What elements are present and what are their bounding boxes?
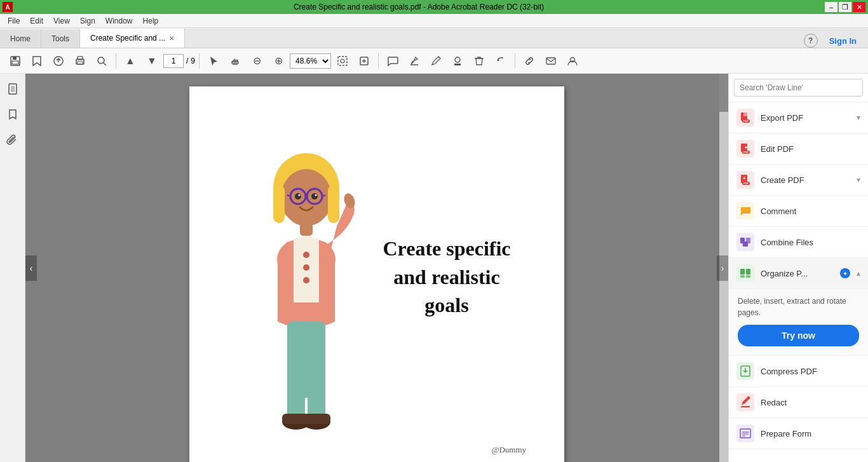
svg-rect-60 (743, 241, 748, 247)
svg-rect-14 (454, 64, 461, 65)
organize-pages-icon (736, 264, 754, 282)
tab-home[interactable]: Home (0, 30, 41, 48)
create-pdf-label: Create PDF (761, 175, 850, 185)
panel-item-export-pdf[interactable]: PDF Export PDF ▾ (729, 102, 868, 133)
drawing-icon (430, 55, 442, 67)
stamps-button[interactable] (447, 51, 468, 71)
select-tool-button[interactable] (203, 51, 224, 71)
edit-pdf-label: Edit PDF (761, 144, 854, 154)
menu-edit[interactable]: Edit (25, 15, 48, 27)
menu-help[interactable]: Help (138, 15, 164, 27)
export-pdf-label: Export PDF (761, 113, 850, 123)
close-button[interactable]: ✕ (853, 2, 865, 12)
svg-point-33 (299, 194, 301, 196)
panel-search-input[interactable] (734, 79, 863, 97)
sign-in-button[interactable]: Sign In (824, 35, 862, 47)
sidebar-bookmarks-icon[interactable] (3, 104, 23, 125)
menu-file[interactable]: File (3, 15, 25, 27)
organize-chevron[interactable]: ▴ (857, 269, 860, 278)
help-button[interactable]: ? (804, 34, 818, 48)
print-button[interactable] (70, 51, 90, 71)
tab-tools[interactable]: Tools (41, 30, 80, 48)
compress-pdf-icon (736, 362, 754, 380)
edit-pdf-icon: PDF (736, 140, 754, 158)
toolbar-separator-2 (199, 53, 200, 69)
tab-document[interactable]: Create Specific and ... ✕ (80, 29, 185, 48)
combine-files-icon-svg (739, 236, 752, 248)
panel-item-create-pdf[interactable]: PDF+ Create PDF ▾ (729, 165, 868, 196)
sidebar-pages-icon[interactable] (3, 79, 23, 99)
svg-rect-46 (302, 414, 330, 424)
tab-tools-label: Tools (51, 34, 69, 43)
zoom-in-button[interactable]: ⊕ (268, 51, 288, 71)
comment-button[interactable] (383, 51, 403, 71)
organize-pages-label: Organize P... (761, 269, 834, 278)
undo-button[interactable] (491, 51, 511, 71)
delete-button[interactable] (469, 51, 489, 71)
scrollbar-thumb[interactable] (719, 74, 728, 112)
scroll-right-button[interactable]: › (717, 255, 728, 281)
compress-pdf-icon-svg (739, 365, 752, 377)
left-sidebar (0, 74, 25, 462)
restore-button[interactable]: ❐ (839, 2, 851, 12)
panel-item-organize[interactable]: Organize P... ✦ ▴ (729, 258, 868, 289)
svg-rect-61 (740, 269, 745, 275)
sidebar-attachments-icon[interactable] (3, 130, 23, 150)
svg-rect-25 (328, 185, 339, 223)
scroll-left-button[interactable]: ‹ (25, 255, 37, 281)
compress-pdf-label: Compress PDF (761, 367, 860, 376)
export-pdf-icon: PDF (736, 109, 754, 126)
scroll-mode-icon (358, 55, 370, 67)
marquee-zoom-button[interactable] (332, 51, 353, 71)
redact-icon-svg (739, 396, 752, 409)
svg-rect-9 (338, 57, 347, 65)
next-page-button[interactable]: ▼ (142, 51, 162, 71)
highlight-button[interactable] (404, 51, 424, 71)
svg-point-39 (342, 192, 357, 210)
menu-view[interactable]: View (48, 15, 75, 27)
panel-item-redact[interactable]: Redact (729, 387, 868, 418)
panel-item-prepare-form[interactable]: Prepare Form (729, 418, 868, 449)
link-button[interactable] (519, 51, 539, 71)
create-pdf-icon: PDF+ (736, 171, 754, 189)
panel-search-area (729, 74, 868, 102)
panel-items: PDF Export PDF ▾ PDF Edit PDF PDF+ Creat… (729, 102, 868, 462)
panel-item-comment[interactable]: Comment (729, 196, 868, 227)
tab-bar: Home Tools Create Specific and ... ✕ ? S… (0, 28, 868, 48)
comment-icon (387, 55, 398, 67)
panel-item-edit-pdf[interactable]: PDF Edit PDF (729, 133, 868, 165)
zoom-select[interactable]: 48.6%50%75%100% (290, 53, 331, 69)
prepare-form-label: Prepare Form (761, 429, 860, 438)
organize-expand-content: Delete, insert, extract and rotate pages… (729, 289, 868, 356)
minimize-button[interactable]: – (825, 2, 837, 12)
bookmark-button[interactable] (27, 51, 47, 71)
upload-button[interactable] (48, 51, 69, 71)
svg-point-7 (98, 57, 104, 64)
export-pdf-chevron: ▾ (857, 113, 860, 122)
save-button[interactable] (5, 51, 25, 71)
toolbar-separator-3 (378, 53, 379, 69)
scroll-mode-button[interactable] (354, 51, 374, 71)
menu-window[interactable]: Window (100, 15, 138, 27)
combine-files-icon (736, 233, 754, 251)
create-pdf-chevron: ▾ (857, 175, 860, 184)
menu-sign[interactable]: Sign (75, 15, 100, 27)
zoom-out-button[interactable]: ⊖ (247, 51, 267, 71)
comment-panel-icon-svg (739, 205, 752, 217)
redact-label: Redact (761, 398, 860, 407)
hand-tool-button[interactable] (225, 51, 245, 71)
toolbar-separator-4 (515, 53, 515, 69)
panel-item-combine[interactable]: Combine Files (729, 227, 868, 258)
email-button[interactable] (541, 51, 561, 71)
prev-page-button[interactable]: ▲ (120, 51, 140, 71)
bookmarks-icon (6, 108, 19, 121)
page-input[interactable]: 1 (163, 54, 184, 68)
zoom-search-button[interactable] (92, 51, 112, 71)
try-now-button[interactable]: Try now (738, 325, 859, 346)
drawing-button[interactable] (426, 51, 446, 71)
account-button[interactable] (562, 51, 583, 71)
organize-pages-icon-svg (739, 267, 752, 280)
tab-close-icon[interactable]: ✕ (169, 35, 174, 42)
panel-item-compress[interactable]: Compress PDF (729, 356, 868, 387)
svg-rect-63 (740, 275, 745, 278)
